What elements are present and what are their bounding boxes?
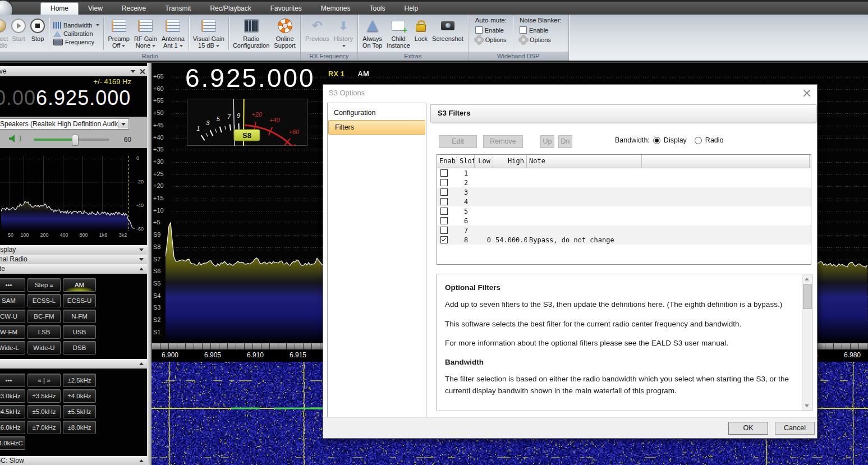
volume-slider-handle[interactable] xyxy=(72,135,79,146)
scroll-up-icon[interactable] xyxy=(805,278,809,280)
history-button[interactable]: ⬇ History xyxy=(332,16,355,52)
row-enable-checkbox[interactable] xyxy=(440,236,448,243)
column-header-slot[interactable]: Slot xyxy=(457,155,475,168)
dn-button[interactable]: Dn xyxy=(558,135,572,148)
filter-button--2-5khz[interactable]: ±2.5kHz xyxy=(63,374,96,387)
table-row[interactable]: 6 xyxy=(437,216,811,225)
filter-button--4-0khzc[interactable]: ±4.0kHzC xyxy=(0,436,25,450)
noise-blanker-options-button[interactable]: Options xyxy=(520,36,562,44)
edit-button[interactable]: Edit xyxy=(439,135,477,148)
mode-button-usb[interactable]: USB xyxy=(63,325,96,339)
radio-radio-label[interactable]: Radio xyxy=(705,136,724,144)
antenna-button[interactable]: Antenna Ant 1 xyxy=(159,16,187,52)
select-radio-button[interactable]: Select Radio xyxy=(0,16,9,52)
start-button[interactable]: Start xyxy=(9,16,28,52)
mode-button-wide-u[interactable]: Wide-U xyxy=(27,341,61,354)
section-filter[interactable]: Filter xyxy=(0,359,147,369)
section-external-radio[interactable]: External Radio xyxy=(0,255,147,264)
up-button[interactable]: Up xyxy=(540,135,554,148)
rf-gain-button[interactable]: RF Gain None xyxy=(132,16,159,52)
tab-receive[interactable]: Receive xyxy=(112,2,155,15)
dialog-close-icon[interactable] xyxy=(803,89,810,96)
online-support-button[interactable]: Online Support xyxy=(272,16,298,52)
calibration-button[interactable]: Calibration xyxy=(53,30,99,37)
scroll-down-icon[interactable] xyxy=(805,404,809,407)
table-row[interactable]: 7 xyxy=(437,225,811,235)
filter-button--3-0khz[interactable]: ±3.0kHz xyxy=(0,389,25,403)
filter-button--7-0khz[interactable]: ±7.0kHz xyxy=(27,421,61,434)
radio-configuration-button[interactable]: Radio Configuration xyxy=(231,16,272,52)
section-mode[interactable]: Mode xyxy=(0,264,147,274)
row-enable-checkbox[interactable] xyxy=(440,198,448,205)
receive-panel-header[interactable]: Receive xyxy=(0,66,147,76)
tab-favourites[interactable]: Favourites xyxy=(261,2,311,15)
mode-button-lsb[interactable]: LSB xyxy=(27,325,61,339)
mode-button-sam[interactable]: SAM xyxy=(0,294,25,307)
row-enable-checkbox[interactable] xyxy=(440,208,448,215)
mode-button-ecss-l[interactable]: ECSS-L xyxy=(27,294,61,307)
ok-button[interactable]: OK xyxy=(728,422,768,435)
cancel-button[interactable]: Cancel xyxy=(775,422,815,435)
table-row[interactable]: 8054.000.000Bypass, do not change xyxy=(437,235,811,245)
tab-help[interactable]: Help xyxy=(395,2,428,15)
tab-memories[interactable]: Memories xyxy=(311,2,360,15)
tab-transmit[interactable]: Transmit xyxy=(155,2,200,15)
radio-display[interactable] xyxy=(653,137,660,144)
close-icon[interactable] xyxy=(140,69,145,74)
speaker-icon[interactable] xyxy=(9,135,15,142)
frequency-button[interactable]: Frequency xyxy=(53,39,99,45)
mode-button--[interactable]: ••• xyxy=(0,278,25,292)
filter-button--5-5khz[interactable]: ±5.5kHz xyxy=(63,405,96,418)
previous-button[interactable]: ↶ Previous xyxy=(303,16,332,52)
mode-button-ecss-u[interactable]: ECSS-U xyxy=(63,294,96,307)
filter-button--4-0khz[interactable]: ±4.0kHz xyxy=(63,389,96,403)
row-enable-checkbox[interactable] xyxy=(440,188,448,196)
table-row[interactable]: 5 xyxy=(437,206,811,216)
radio-display-label[interactable]: Display xyxy=(664,136,687,144)
mode-button-step-[interactable]: Step ≡ xyxy=(27,278,61,292)
remove-button[interactable]: Remove xyxy=(483,135,523,148)
filter-button--6-0khz[interactable]: ±6.0kHz xyxy=(0,421,25,434)
tab-view[interactable]: View xyxy=(79,2,112,15)
column-header-note[interactable]: Note xyxy=(527,155,642,168)
nav-item-configuration[interactable]: Configuration xyxy=(328,105,426,120)
section-agc[interactable]: AGC: Slow xyxy=(0,456,147,465)
visual-gain-button[interactable]: Visual Gain 15 dB xyxy=(191,16,227,52)
row-enable-checkbox[interactable] xyxy=(440,169,448,177)
column-header-enable[interactable]: Enable xyxy=(437,155,457,168)
mode-button-n-fm[interactable]: N-FM xyxy=(63,310,96,323)
mode-button-dsb[interactable]: DSB xyxy=(63,341,96,354)
filter-button--8-0khz[interactable]: ±8.0kHz xyxy=(63,421,96,434)
nav-item-filters[interactable]: Filters xyxy=(328,120,425,135)
child-instance-button[interactable]: Child Instance xyxy=(384,16,412,52)
row-enable-checkbox[interactable] xyxy=(440,227,448,234)
stop-button[interactable]: Stop xyxy=(28,16,47,52)
mode-button-wide-l[interactable]: Wide-L xyxy=(0,341,25,354)
preamp-button[interactable]: Preamp Off xyxy=(105,16,132,52)
rx-tab-row[interactable]: RX 1 AM xyxy=(328,70,369,78)
filter-button--[interactable]: « | » xyxy=(27,374,61,387)
mode-button-am[interactable]: AM xyxy=(63,278,96,292)
lock-button[interactable]: Lock xyxy=(412,16,430,52)
column-header-high[interactable]: High xyxy=(493,155,527,168)
tab-rec-playback[interactable]: Rec/Playback xyxy=(200,2,260,15)
filter-button--[interactable]: ••• xyxy=(0,374,25,387)
mode-button-w-fm[interactable]: W-FM xyxy=(0,325,25,339)
mode-button-bc-fm[interactable]: BC-FM xyxy=(27,310,61,323)
filter-button--3-5khz[interactable]: ±3.5kHz xyxy=(27,389,61,403)
mode-button-cw-u[interactable]: CW-U xyxy=(0,310,25,323)
filter-button--4-5khz[interactable]: ±4.5kHz xyxy=(0,405,25,418)
volume-slider[interactable] xyxy=(34,139,109,141)
scrollbar-thumb[interactable] xyxy=(803,284,812,309)
table-row[interactable]: 2 xyxy=(437,178,811,187)
table-row[interactable]: 1 xyxy=(437,168,811,178)
filter-button--5-0khz[interactable]: ±5.0kHz xyxy=(27,405,61,418)
column-header-low[interactable]: Low xyxy=(475,155,493,168)
automute-enable-checkbox[interactable]: Enable xyxy=(475,26,507,34)
table-row[interactable]: 4 xyxy=(437,197,811,206)
column-header-blank[interactable] xyxy=(642,155,810,168)
scrollbar[interactable] xyxy=(802,274,812,411)
audio-device-select[interactable]: Speakers (Realtek High Definition Audio) xyxy=(0,118,129,130)
always-on-top-button[interactable]: Always On Top xyxy=(360,16,384,52)
collapse-icon[interactable] xyxy=(131,70,135,73)
